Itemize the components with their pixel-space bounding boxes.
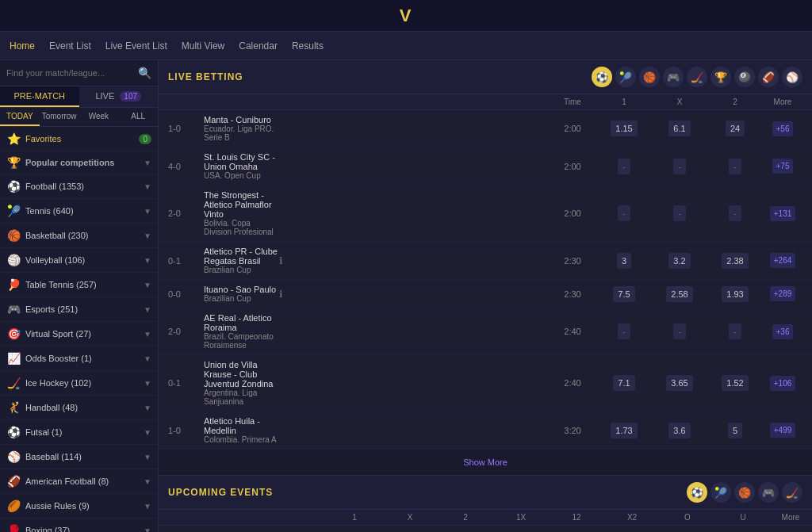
odd-2[interactable]: -: [729, 323, 741, 339]
nav-event-list[interactable]: Event List: [49, 40, 91, 52]
live-icon-billiards[interactable]: 🎱: [734, 67, 755, 87]
live-icon-basketball[interactable]: 🏀: [639, 67, 660, 87]
boxing-icon: 🥊: [6, 524, 21, 532]
odd-1[interactable]: 7.5: [613, 286, 634, 302]
live-table-header: Time 1 X 2 More: [159, 94, 812, 110]
odd-2[interactable]: -: [729, 205, 741, 221]
odd-x[interactable]: 3.2: [668, 253, 690, 269]
nav-live-event-list[interactable]: Live Event List: [105, 40, 167, 52]
odd-2[interactable]: 1.93: [722, 286, 748, 302]
sidebar-item-basketball[interactable]: 🏀 Basketball (230) ▼: [0, 224, 158, 248]
sidebar-item-popular[interactable]: 🏆 Popular competitions ▼: [0, 151, 158, 174]
sidebar-item-virtualsport[interactable]: 🎯 Virtual Sport (27) ▼: [0, 322, 158, 346]
date-tomorrow[interactable]: Tomorrow: [40, 108, 79, 126]
upcoming-icon-icehockey[interactable]: 🏒: [782, 482, 802, 503]
nav-calendar[interactable]: Calendar: [239, 40, 278, 52]
sidebar-item-baseball[interactable]: ⚾ Baseball (114) ▼: [0, 445, 158, 469]
table-row: 2-0 The Strongest - Atletico Palmaflor V…: [159, 186, 812, 242]
live-icon-amfootball[interactable]: 🏈: [758, 67, 779, 87]
sidebar-item-americanfootball[interactable]: 🏈 American Football (8) ▼: [0, 469, 158, 494]
sidebar-item-tennis[interactable]: 🎾 Tennis (640) ▼: [0, 199, 158, 224]
odd-1[interactable]: 1.15: [611, 121, 637, 136]
sidebar-item-icehockey[interactable]: 🏒 Ice Hockey (102) ▼: [0, 371, 158, 396]
chevron-icon: ▼: [144, 330, 151, 339]
date-all[interactable]: ALL: [118, 108, 158, 126]
upcoming-icon-basketball[interactable]: 🏀: [734, 482, 755, 503]
live-show-more[interactable]: Show More: [159, 450, 812, 476]
sidebar-item-handball[interactable]: 🤾 Handball (48) ▼: [0, 396, 158, 420]
content-area: LIVE BETTING ⚽ 🎾 🏀 🎮 🏒 🏆 🎱 🏈 ⚾ Time 1 X …: [159, 60, 812, 532]
star-icon: ⭐: [6, 132, 21, 145]
odd-x[interactable]: 2.58: [666, 286, 692, 302]
sidebar-item-futsal[interactable]: ⚽ Futsal (1) ▼: [0, 420, 158, 445]
info-icon[interactable]: ℹ: [279, 255, 549, 266]
odd-x[interactable]: 6.1: [668, 121, 690, 136]
odd-1[interactable]: 3: [617, 253, 631, 269]
more-btn[interactable]: +131: [770, 206, 796, 221]
odd-1[interactable]: 1.73: [611, 423, 637, 438]
chevron-icon: ▼: [144, 526, 151, 533]
odd-2[interactable]: 2.38: [722, 253, 748, 269]
more-btn[interactable]: +75: [772, 159, 794, 174]
odd-x[interactable]: -: [673, 205, 686, 221]
sidebar-item-volleyball[interactable]: 🏐 Volleyball (106) ▼: [0, 248, 158, 273]
live-icon-esports[interactable]: 🎮: [663, 67, 684, 87]
sidebar-item-esports[interactable]: 🎮 Esports (251) ▼: [0, 297, 158, 322]
chevron-icon: ▼: [144, 379, 151, 388]
upcoming-icon-esports[interactable]: 🎮: [758, 482, 779, 503]
odd-2[interactable]: 1.52: [722, 375, 748, 391]
live-icon-trophy[interactable]: 🏆: [710, 67, 731, 87]
live-icon-icehockey[interactable]: 🏒: [687, 67, 707, 87]
upcoming-icon-football[interactable]: ⚽: [687, 482, 707, 503]
info-icon[interactable]: ℹ: [279, 289, 549, 300]
futsal-icon: ⚽: [6, 426, 21, 438]
live-icon-football[interactable]: ⚽: [592, 67, 612, 87]
odd-x[interactable]: 3.65: [666, 375, 692, 391]
search-input[interactable]: [6, 68, 133, 78]
table-row: 4-0 St. Louis City SC - Union Omaha USA.…: [159, 147, 812, 186]
tennis-icon: 🎾: [6, 205, 21, 217]
nav-results[interactable]: Results: [292, 40, 324, 52]
table-row: 0-1 Union de Villa Krause - Club Juventu…: [159, 355, 812, 411]
nav-multi-view[interactable]: Multi View: [182, 40, 224, 52]
upcoming-icon-tennis[interactable]: 🎾: [710, 482, 731, 503]
odd-x[interactable]: 3.6: [668, 423, 690, 438]
sidebar-item-favorites[interactable]: ⭐ Favorites 0: [0, 127, 158, 151]
date-week[interactable]: Week: [79, 108, 119, 126]
live-tab[interactable]: LIVE 107: [79, 86, 159, 107]
more-btn[interactable]: +289: [770, 286, 796, 301]
more-btn[interactable]: +36: [772, 324, 794, 339]
icehockey-icon: 🏒: [6, 377, 21, 389]
nav-home[interactable]: Home: [10, 40, 35, 52]
live-sport-icons: ⚽ 🎾 🏀 🎮 🏒 🏆 🎱 🏈 ⚾: [592, 67, 802, 87]
live-icon-tennis[interactable]: 🎾: [615, 67, 636, 87]
odd-1[interactable]: 7.1: [613, 375, 634, 391]
more-btn[interactable]: +106: [770, 376, 796, 391]
odd-1[interactable]: -: [618, 159, 630, 174]
search-icon[interactable]: 🔍: [138, 67, 151, 79]
sidebar: 🔍 PRE-MATCH LIVE 107 TODAY Tomorrow Week…: [0, 60, 159, 532]
sidebar-item-aussierules[interactable]: 🏉 Aussie Rules (9) ▼: [0, 494, 158, 519]
sidebar-item-oddsbooster[interactable]: 📈 Odds Booster (1) ▼: [0, 346, 158, 371]
sidebar-item-boxing[interactable]: 🥊 Boxing (37) ▼: [0, 519, 158, 532]
live-icon-baseball[interactable]: ⚾: [782, 67, 802, 87]
basketball-icon: 🏀: [6, 229, 21, 242]
date-today[interactable]: TODAY: [0, 108, 40, 126]
odd-1[interactable]: -: [618, 205, 630, 221]
prematch-tab[interactable]: PRE-MATCH: [0, 86, 79, 107]
baseball-icon: ⚾: [6, 450, 21, 463]
odd-x[interactable]: -: [673, 323, 686, 339]
odd-2[interactable]: 5: [728, 423, 742, 438]
aussie-icon: 🏉: [6, 499, 21, 512]
more-btn[interactable]: +499: [770, 423, 796, 438]
sidebar-item-tabletennis[interactable]: 🏓 Table Tennis (257) ▼: [0, 273, 158, 297]
odd-2[interactable]: -: [729, 159, 741, 174]
virtual-icon: 🎯: [6, 327, 21, 340]
more-btn[interactable]: +56: [772, 121, 794, 136]
odd-x[interactable]: -: [673, 159, 686, 174]
sidebar-item-football[interactable]: ⚽ Football (1353) ▼: [0, 174, 158, 199]
favorites-count: 0: [139, 134, 151, 144]
odd-1[interactable]: -: [618, 323, 630, 339]
more-btn[interactable]: +264: [770, 253, 796, 268]
odd-2[interactable]: 24: [726, 121, 745, 136]
